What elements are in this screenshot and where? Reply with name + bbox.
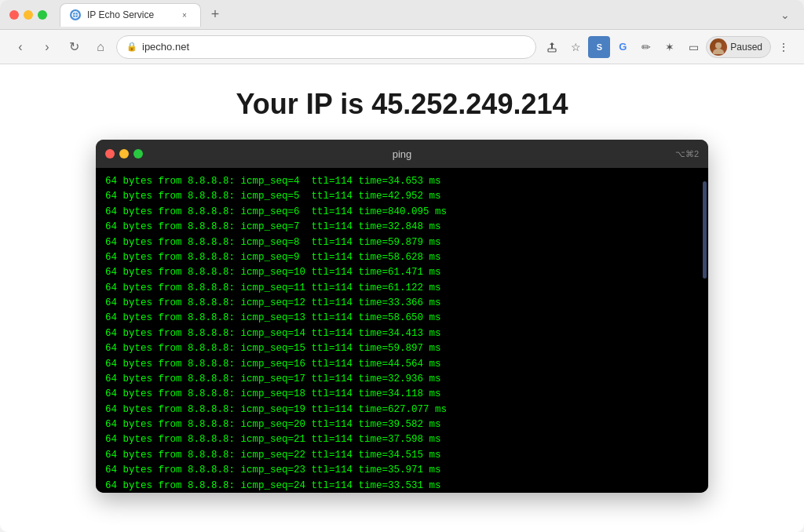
terminal-title: ping <box>393 148 412 160</box>
more-button[interactable]: ⋮ <box>773 36 795 58</box>
lock-icon: 🔒 <box>126 42 137 52</box>
terminal-maximize-button[interactable] <box>133 149 143 159</box>
terminal-body[interactable]: 64 bytes from 8.8.8.8: icmp_seq=4 ttl=11… <box>96 168 708 493</box>
title-bar: IP Echo Service × + ⌄ <box>0 0 804 30</box>
translate-button[interactable]: G <box>612 36 634 58</box>
address-bar[interactable]: 🔒 ipecho.net <box>116 35 536 59</box>
browser-window: IP Echo Service × + ⌄ ‹ › ↻ ⌂ 🔒 ipecho.n… <box>0 0 804 532</box>
avatar <box>710 38 727 56</box>
terminal-window: ping ⌥⌘2 64 bytes from 8.8.8.8: icmp_seq… <box>96 140 708 493</box>
extension1-button[interactable]: S <box>588 36 610 58</box>
terminal-controls <box>105 149 143 159</box>
maximize-window-button[interactable] <box>38 10 47 20</box>
svg-point-5 <box>713 49 724 54</box>
new-tab-button[interactable]: + <box>204 4 226 26</box>
tab-favicon-icon <box>70 9 81 20</box>
forward-button[interactable]: › <box>36 36 58 58</box>
tab-bar: IP Echo Service × + <box>60 3 769 27</box>
back-button[interactable]: ‹ <box>9 36 31 58</box>
bookmark-button[interactable]: ☆ <box>565 36 587 58</box>
home-button[interactable]: ⌂ <box>90 36 111 58</box>
terminal-scrollbar[interactable] <box>702 168 707 493</box>
terminal-titlebar: ping ⌥⌘2 <box>96 140 708 168</box>
share-button[interactable] <box>541 36 563 58</box>
svg-point-4 <box>715 42 722 49</box>
window-controls <box>9 10 47 20</box>
url-text: ipecho.net <box>142 41 526 53</box>
ip-heading: Your IP is 45.252.249.214 <box>236 88 568 121</box>
close-window-button[interactable] <box>9 10 19 20</box>
sidebar-button[interactable]: ▭ <box>682 36 704 58</box>
svg-rect-3 <box>548 49 556 52</box>
scrollbar-track <box>702 168 707 493</box>
tab-chevron-button[interactable]: ⌄ <box>776 5 795 24</box>
scrollbar-thumb[interactable] <box>703 181 707 279</box>
tab-close-button[interactable]: × <box>178 9 191 21</box>
profile-button[interactable]: Paused <box>706 36 771 58</box>
reload-button[interactable]: ↻ <box>63 36 85 58</box>
pen-button[interactable]: ✏ <box>635 36 657 58</box>
tab-right-controls: ⌄ <box>776 5 795 24</box>
terminal-close-button[interactable] <box>105 149 115 159</box>
page-content: Your IP is 45.252.249.214 ping ⌥⌘2 64 by… <box>0 64 804 532</box>
nav-bar: ‹ › ↻ ⌂ 🔒 ipecho.net ☆ S <box>0 30 804 64</box>
profile-label: Paused <box>730 42 762 53</box>
extensions-button[interactable]: ✶ <box>659 36 681 58</box>
active-tab[interactable]: IP Echo Service × <box>60 3 201 27</box>
terminal-shortcut: ⌥⌘2 <box>675 149 699 159</box>
terminal-output: 64 bytes from 8.8.8.8: icmp_seq=4 ttl=11… <box>105 174 699 493</box>
terminal-minimize-button[interactable] <box>119 149 129 159</box>
tab-title: IP Echo Service <box>87 9 172 20</box>
minimize-window-button[interactable] <box>24 10 33 20</box>
nav-right-icons: ☆ S G ✏ ✶ ▭ <box>541 36 795 58</box>
